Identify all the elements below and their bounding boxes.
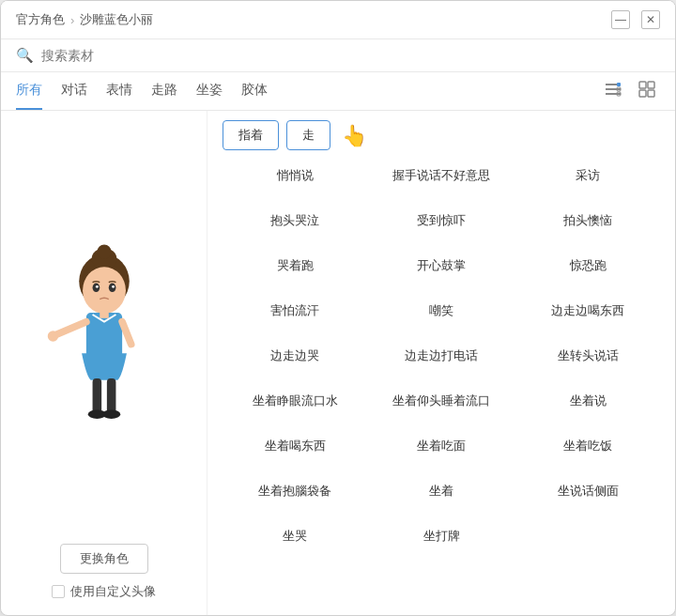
search-input[interactable] (41, 48, 229, 63)
left-panel: 更换角色 使用自定义头像 (1, 111, 207, 615)
search-icon: 🔍 (16, 47, 34, 64)
action-item[interactable]: 边走边打电话 (369, 334, 514, 377)
action-item[interactable]: 哭着跑 (223, 244, 367, 287)
svg-point-12 (97, 244, 111, 258)
action-item[interactable]: 坐着抱腦袋备 (223, 470, 367, 513)
action-item[interactable]: 坐着睁眼流口水 (223, 379, 367, 423)
custom-avatar-option[interactable]: 使用自定义头像 (52, 583, 156, 600)
custom-avatar-checkbox[interactable] (52, 585, 65, 598)
svg-point-26 (102, 409, 120, 419)
action-item[interactable]: 坐着吃面 (369, 424, 514, 468)
action-item[interactable]: 坐着吃饭 (515, 424, 660, 468)
main-content: 更换角色 使用自定义头像 指着 走 � (1, 111, 675, 615)
filter-chip-pointing[interactable]: 指着 (223, 120, 279, 150)
action-item[interactable]: 开心鼓掌 (369, 244, 514, 287)
svg-line-22 (122, 321, 131, 344)
custom-avatar-label: 使用自定义头像 (70, 583, 156, 600)
svg-rect-23 (92, 377, 101, 413)
tab-posture[interactable]: 坐姿 (196, 72, 223, 110)
action-item[interactable]: 拍头懊恼 (515, 199, 660, 242)
action-item[interactable]: 坐转头说话 (515, 334, 660, 377)
character-image (34, 126, 175, 544)
action-item[interactable]: 坐着仰头睡着流口 (369, 379, 514, 423)
action-item[interactable]: 受到惊吓 (369, 199, 514, 242)
breadcrumb-current: 沙雕蓝色小丽 (80, 11, 153, 28)
list-view-icon (604, 80, 622, 102)
list-view-button[interactable] (600, 78, 626, 104)
svg-rect-9 (648, 90, 654, 97)
svg-rect-24 (106, 377, 115, 413)
tab-all[interactable]: 所有 (16, 72, 42, 110)
close-button[interactable]: ✕ (641, 10, 660, 29)
minimize-button[interactable]: — (611, 10, 630, 29)
svg-rect-7 (648, 82, 654, 88)
svg-line-20 (54, 321, 85, 334)
search-bar: 🔍 (1, 39, 675, 72)
svg-point-17 (112, 285, 115, 287)
svg-rect-6 (639, 82, 646, 88)
filter-row: 指着 走 👆 (223, 120, 660, 150)
svg-point-13 (83, 267, 126, 314)
filter-chip-walk[interactable]: 走 (286, 120, 330, 150)
minimize-icon: — (615, 13, 626, 26)
action-item[interactable]: 坐着喝东西 (223, 424, 367, 468)
svg-point-16 (95, 285, 98, 287)
action-item[interactable]: 坐说话侧面 (515, 470, 660, 513)
tab-dialog[interactable]: 对话 (61, 72, 87, 110)
action-item[interactable]: 握手说话不好意思 (369, 154, 514, 197)
svg-rect-1 (606, 88, 621, 90)
action-item[interactable]: 边走边哭 (223, 334, 367, 377)
title-bar: 官方角色 › 沙雕蓝色小丽 — ✕ (1, 1, 675, 39)
grid-view-icon (638, 80, 656, 102)
action-item[interactable]: 坐着 (369, 470, 514, 513)
actions-grid: 指着 走 👆 (223, 120, 660, 154)
change-character-button[interactable]: 更换角色 (60, 544, 148, 574)
title-actions: — ✕ (611, 10, 660, 29)
tab-walk[interactable]: 走路 (151, 72, 177, 110)
action-item[interactable]: 嘲笑 (369, 289, 514, 332)
breadcrumb: 官方角色 › 沙雕蓝色小丽 (16, 11, 611, 28)
actions-container: 悄悄说握手说话不好意思采访抱头哭泣受到惊吓拍头懊恼哭着跑开心鼓掌惊恐跑害怕流汗嘲… (223, 154, 660, 558)
action-item[interactable]: 坐打牌 (369, 515, 514, 558)
app-window: 官方角色 › 沙雕蓝色小丽 — ✕ 🔍 所有 对话 表情 走路 (0, 0, 676, 616)
cursor-pointer-icon: 👆 (342, 124, 367, 148)
svg-rect-8 (639, 90, 646, 97)
svg-point-21 (47, 331, 57, 341)
action-item[interactable]: 采访 (515, 154, 660, 197)
tab-body[interactable]: 胶体 (241, 72, 268, 110)
close-icon: ✕ (646, 13, 655, 26)
action-item[interactable]: 悄悄说 (223, 154, 367, 197)
action-item[interactable]: 边走边喝东西 (515, 289, 660, 332)
breadcrumb-root: 官方角色 (16, 11, 65, 28)
svg-rect-3 (617, 83, 621, 86)
action-item[interactable]: 坐哭 (223, 515, 367, 558)
action-item[interactable]: 坐着说 (515, 379, 660, 423)
action-item[interactable]: 惊恐跑 (515, 244, 660, 287)
breadcrumb-separator: › (70, 13, 74, 27)
grid-view-button[interactable] (634, 78, 660, 104)
svg-rect-2 (606, 93, 621, 95)
view-toggles (600, 78, 660, 104)
svg-rect-19 (100, 311, 109, 318)
tab-expression[interactable]: 表情 (106, 72, 132, 110)
action-item[interactable]: 抱头哭泣 (223, 199, 367, 242)
tabs-bar: 所有 对话 表情 走路 坐姿 胶体 (1, 72, 675, 111)
character-figure (34, 232, 175, 439)
right-panel[interactable]: 指着 走 👆 悄悄说握手说话不好意思采访抱头哭泣受到惊吓拍头懊恼哭着跑开心鼓掌惊… (207, 111, 675, 615)
action-item[interactable]: 害怕流汗 (223, 289, 367, 332)
